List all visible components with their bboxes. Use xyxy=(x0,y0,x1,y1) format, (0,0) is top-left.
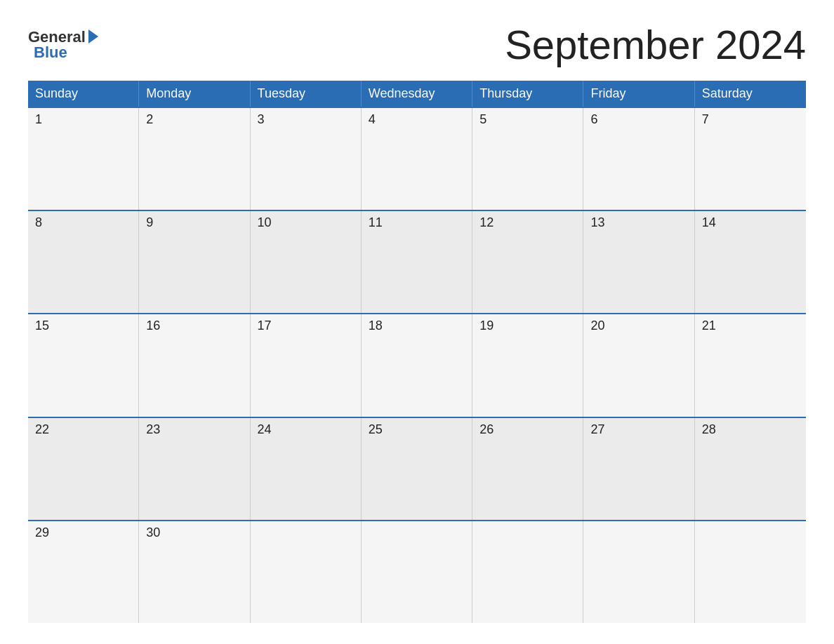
logo-general-text: General xyxy=(28,29,86,45)
table-row[interactable]: 21 xyxy=(695,314,806,416)
table-row[interactable]: 11 xyxy=(362,211,472,313)
table-row[interactable]: 15 xyxy=(28,314,139,416)
table-row[interactable]: 3 xyxy=(251,108,362,210)
table-row[interactable]: 9 xyxy=(139,211,250,313)
logo-triangle-icon xyxy=(88,29,98,43)
page: General Blue September 2024 Sunday Monda… xyxy=(0,0,834,644)
table-row xyxy=(695,521,806,623)
table-row xyxy=(362,521,472,623)
header-thursday: Thursday xyxy=(472,81,583,107)
table-row[interactable]: 20 xyxy=(583,314,694,416)
table-row[interactable]: 16 xyxy=(139,314,250,416)
table-row[interactable]: 8 xyxy=(28,211,139,313)
logo-blue-text: Blue xyxy=(34,45,67,60)
calendar: Sunday Monday Tuesday Wednesday Thursday… xyxy=(28,81,806,623)
table-row xyxy=(583,521,694,623)
calendar-week-1: 1 2 3 4 5 6 7 xyxy=(28,107,806,210)
table-row[interactable]: 4 xyxy=(362,108,472,210)
table-row[interactable]: 24 xyxy=(251,418,362,520)
table-row[interactable]: 27 xyxy=(583,418,694,520)
table-row[interactable]: 10 xyxy=(251,211,362,313)
table-row xyxy=(251,521,362,623)
table-row[interactable]: 6 xyxy=(583,108,694,210)
table-row[interactable]: 30 xyxy=(139,521,250,623)
table-row[interactable]: 29 xyxy=(28,521,139,623)
table-row[interactable]: 1 xyxy=(28,108,139,210)
logo: General Blue xyxy=(28,29,98,60)
header-saturday: Saturday xyxy=(695,81,806,107)
table-row[interactable]: 18 xyxy=(362,314,472,416)
table-row[interactable]: 26 xyxy=(472,418,583,520)
table-row[interactable]: 17 xyxy=(251,314,362,416)
header-wednesday: Wednesday xyxy=(362,81,472,107)
table-row[interactable]: 14 xyxy=(695,211,806,313)
calendar-header: Sunday Monday Tuesday Wednesday Thursday… xyxy=(28,81,806,107)
header-friday: Friday xyxy=(583,81,694,107)
header: General Blue September 2024 xyxy=(28,21,806,68)
table-row[interactable]: 19 xyxy=(472,314,583,416)
calendar-week-5: 29 30 xyxy=(28,520,806,623)
table-row[interactable]: 7 xyxy=(695,108,806,210)
table-row[interactable]: 28 xyxy=(695,418,806,520)
header-monday: Monday xyxy=(139,81,250,107)
table-row[interactable]: 23 xyxy=(139,418,250,520)
table-row[interactable]: 25 xyxy=(362,418,472,520)
table-row[interactable]: 22 xyxy=(28,418,139,520)
calendar-week-3: 15 16 17 18 19 20 21 xyxy=(28,313,806,416)
calendar-week-4: 22 23 24 25 26 27 28 xyxy=(28,417,806,520)
table-row[interactable]: 5 xyxy=(472,108,583,210)
table-row[interactable]: 12 xyxy=(472,211,583,313)
header-tuesday: Tuesday xyxy=(251,81,362,107)
header-sunday: Sunday xyxy=(28,81,139,107)
table-row[interactable]: 2 xyxy=(139,108,250,210)
table-row xyxy=(472,521,583,623)
table-row[interactable]: 13 xyxy=(583,211,694,313)
calendar-week-2: 8 9 10 11 12 13 14 xyxy=(28,210,806,313)
calendar-body: 1 2 3 4 5 6 7 8 9 10 11 12 13 14 15 xyxy=(28,107,806,623)
month-title: September 2024 xyxy=(505,21,806,68)
